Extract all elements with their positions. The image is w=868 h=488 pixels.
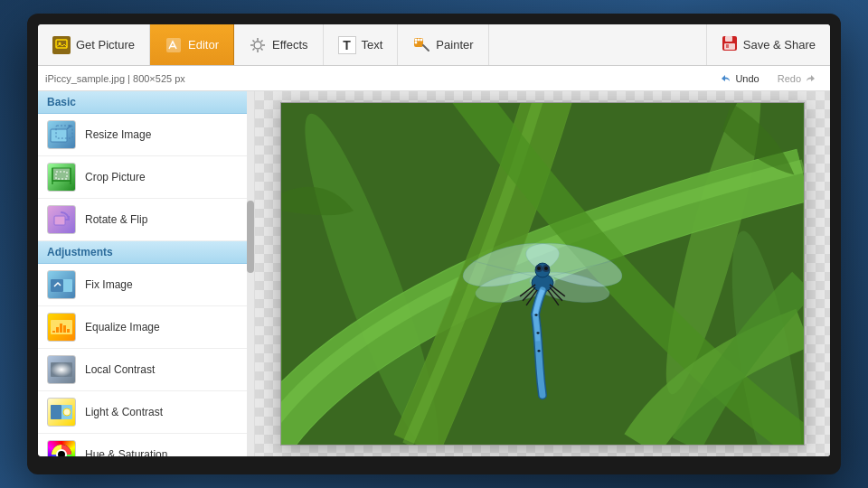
hue-icon [47, 440, 76, 456]
svg-rect-11 [725, 36, 732, 42]
image-container [280, 102, 805, 446]
crop-icon [47, 163, 76, 192]
svg-point-3 [254, 42, 261, 49]
get-picture-button[interactable]: Get Picture [38, 24, 150, 65]
scrollbar-thumb [247, 201, 254, 273]
sidebar-item-local-contrast[interactable]: Local Contrast [38, 349, 254, 391]
laptop-frame: Get Picture Editor [27, 14, 841, 474]
undo-icon [719, 72, 731, 85]
toolbar-spacer [489, 24, 706, 65]
section-basic: Basic [38, 91, 254, 114]
fix-label: Fix Image [85, 278, 133, 291]
svg-point-51 [544, 267, 548, 270]
effects-button[interactable]: Effects [234, 24, 324, 65]
svg-rect-20 [51, 279, 63, 292]
svg-rect-12 [724, 43, 735, 50]
editor-icon [165, 36, 183, 54]
resize-icon [47, 120, 76, 149]
svg-point-5 [415, 38, 418, 41]
screen: Get Picture Editor [38, 24, 830, 456]
painter-button[interactable]: Painter [398, 24, 488, 65]
text-label: Text [362, 38, 383, 52]
sidebar-scrollbar[interactable] [247, 91, 254, 456]
sidebar-item-fix[interactable]: Fix Image [38, 264, 254, 306]
local-contrast-label: Local Contrast [85, 363, 155, 376]
svg-rect-0 [56, 40, 67, 48]
save-button[interactable]: Save & Share [706, 24, 830, 65]
sub-toolbar: iPiccy_sample.jpg | 800×525 px Undo Redo [38, 66, 830, 91]
undo-label: Undo [735, 73, 759, 84]
scene-svg [281, 103, 804, 445]
crop-label: Crop Picture [85, 171, 146, 183]
sidebar-item-light[interactable]: Light & Contrast [38, 391, 254, 434]
main-toolbar: Get Picture Editor [38, 24, 830, 66]
text-button[interactable]: T Text [324, 24, 399, 65]
sidebar: Basic Resize Image [38, 91, 255, 456]
svg-point-6 [418, 38, 420, 41]
equalize-label: Equalize Image [85, 321, 160, 333]
svg-rect-23 [56, 327, 59, 333]
sidebar-item-hue[interactable]: Hue & Saturation [38, 434, 254, 456]
svg-point-9 [418, 41, 420, 43]
svg-rect-13 [726, 44, 729, 48]
redo-icon [805, 72, 817, 85]
main-content: Basic Resize Image [38, 91, 830, 456]
section-basic-label: Basic [47, 96, 76, 108]
hue-label: Hue & Saturation [85, 448, 167, 456]
get-picture-label: Get Picture [76, 38, 135, 52]
effects-icon [249, 36, 267, 54]
undo-button[interactable]: Undo [713, 70, 764, 87]
local-contrast-icon [47, 355, 76, 384]
svg-point-30 [63, 408, 71, 416]
light-icon [47, 398, 76, 427]
redo-label: Redo [778, 73, 801, 84]
effects-label: Effects [272, 38, 308, 52]
resize-label: Resize Image [85, 128, 151, 141]
fix-icon [47, 270, 76, 299]
sidebar-item-crop[interactable]: Crop Picture [38, 156, 254, 199]
svg-rect-26 [67, 329, 70, 333]
sidebar-item-resize[interactable]: Resize Image [38, 114, 254, 156]
file-info: iPiccy_sample.jpg | 800×525 px [45, 73, 185, 84]
save-label: Save & Share [743, 38, 816, 52]
svg-rect-18 [54, 216, 65, 225]
section-adjustments: Adjustments [38, 241, 254, 264]
dragonfly-image [281, 103, 804, 445]
svg-point-8 [415, 41, 418, 43]
canvas-area [255, 91, 830, 456]
editor-button[interactable]: Editor [150, 24, 234, 65]
section-adjustments-label: Adjustments [47, 246, 113, 258]
painter-label: Painter [436, 38, 473, 52]
svg-point-50 [537, 267, 541, 270]
undo-redo-controls: Undo Redo [713, 70, 823, 87]
save-icon [722, 35, 738, 54]
svg-rect-24 [60, 324, 62, 333]
equalize-icon [47, 313, 76, 342]
svg-rect-25 [63, 325, 66, 333]
svg-rect-27 [51, 362, 72, 377]
painter-icon [412, 36, 430, 54]
rotate-label: Rotate & Flip [85, 213, 147, 226]
get-picture-icon [52, 36, 71, 54]
rotate-icon [47, 205, 76, 234]
redo-button[interactable]: Redo [772, 70, 823, 87]
svg-rect-14 [51, 129, 67, 142]
sidebar-item-equalize[interactable]: Equalize Image [38, 306, 254, 349]
svg-point-7 [420, 38, 423, 41]
light-label: Light & Contrast [85, 406, 163, 418]
editor-label: Editor [188, 38, 219, 52]
text-icon: T [338, 36, 356, 54]
svg-rect-22 [52, 331, 55, 333]
svg-rect-2 [166, 38, 181, 52]
sidebar-item-rotate[interactable]: Rotate & Flip [38, 199, 254, 241]
svg-rect-29 [51, 405, 61, 419]
